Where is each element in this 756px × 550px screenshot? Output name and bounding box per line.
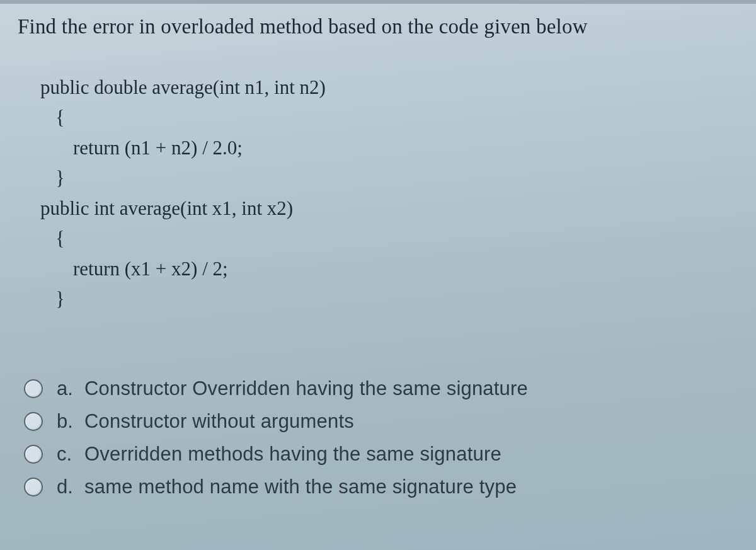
option-text: Constructor Overridden having the same s… xyxy=(84,377,528,400)
option-text: Constructor without arguments xyxy=(84,410,354,433)
option-letter: d. xyxy=(57,476,84,498)
code-line: { xyxy=(40,224,738,254)
option-text: Overridden methods having the same signa… xyxy=(84,443,501,466)
option-letter: c. xyxy=(57,443,84,466)
code-line: } xyxy=(40,284,738,314)
radio-icon[interactable] xyxy=(24,379,43,398)
question-prompt: Find the error in overloaded method base… xyxy=(18,13,738,41)
option-a[interactable]: a. Constructor Overridden having the sam… xyxy=(24,377,738,400)
code-line: return (x1 + x2) / 2; xyxy=(40,254,738,284)
code-line: { xyxy=(40,103,738,133)
answer-options: a. Constructor Overridden having the sam… xyxy=(24,377,738,498)
code-line: return (n1 + n2) / 2.0; xyxy=(40,133,738,163)
radio-icon[interactable] xyxy=(24,412,43,431)
code-line: public int average(int x1, int x2) xyxy=(40,193,738,224)
question-page: Find the error in overloaded method base… xyxy=(0,0,756,550)
option-c[interactable]: c. Overridden methods having the same si… xyxy=(24,443,738,466)
code-line: public double average(int n1, int n2) xyxy=(40,72,738,103)
option-letter: a. xyxy=(57,377,84,400)
code-line: } xyxy=(40,163,738,193)
option-text: same method name with the same signature… xyxy=(84,476,517,498)
code-block: public double average(int n1, int n2) { … xyxy=(40,72,738,314)
option-b[interactable]: b. Constructor without arguments xyxy=(24,410,738,433)
option-d[interactable]: d. same method name with the same signat… xyxy=(24,476,738,498)
radio-icon[interactable] xyxy=(24,478,43,496)
option-letter: b. xyxy=(57,410,84,433)
radio-icon[interactable] xyxy=(24,445,43,464)
